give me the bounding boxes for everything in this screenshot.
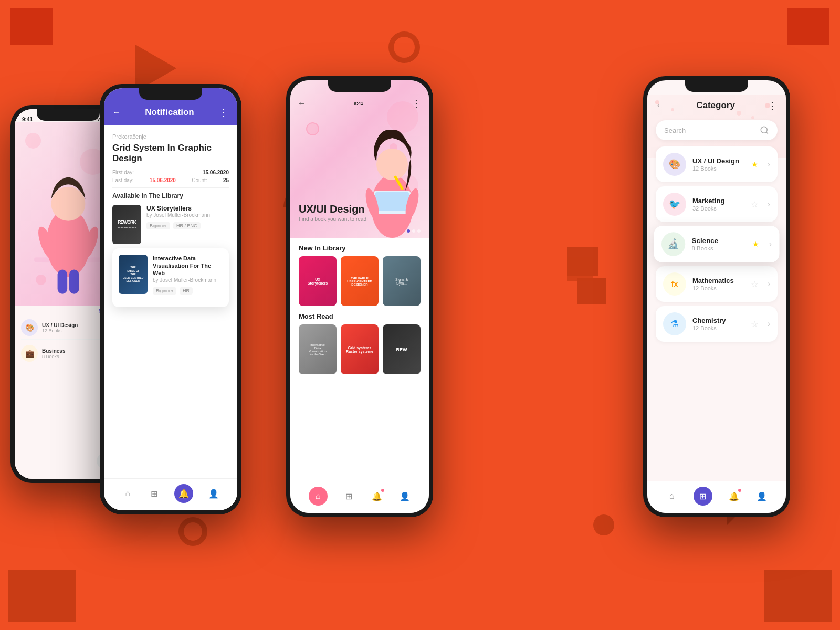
phone3-dot1	[407, 229, 410, 233]
phone4-more-button[interactable]: ⋮	[767, 99, 778, 112]
phone2-book1-title: UX Storytellers	[146, 205, 229, 212]
deco-rect-mid	[567, 247, 598, 276]
phone3-hero-dots	[407, 229, 421, 233]
phone1-cat-name-ux: UX / UI Design	[42, 322, 78, 328]
cat4-star-math[interactable]: ☆	[751, 279, 758, 289]
deco-rect-tl	[10, 8, 52, 45]
phone4-nav-profile[interactable]: 👤	[755, 490, 768, 502]
phone2-book1-level: Biginner	[146, 222, 170, 229]
cat4-star-ux[interactable]: ★	[751, 160, 758, 169]
phone4-nav-home[interactable]: ⌂	[666, 490, 678, 502]
svg-point-8	[376, 149, 408, 180]
phone2-nav-home[interactable]: ⌂	[121, 487, 134, 500]
phone2-nav-grid[interactable]: ⊞	[148, 487, 161, 500]
cat4-name-chemistry: Chemistry	[692, 317, 744, 324]
phone2-popup-card[interactable]: THE FABLE OF THE USER-CENTRED DESIGNER I…	[112, 248, 229, 307]
phone2-book2-lang: HR	[180, 287, 193, 295]
phone4-cat-ux[interactable]: 🎨 UX / UI Design 12 Books ★ ›	[656, 146, 778, 182]
cat4-arrow-marketing: ›	[768, 200, 770, 209]
svg-rect-6	[69, 269, 79, 293]
phone4-bottom-nav: ⌂ ⊞ 🔔 👤	[647, 481, 786, 513]
cat4-name-science: Science	[692, 237, 746, 245]
phone3-most-book3[interactable]: REW	[383, 324, 421, 374]
phone2-more-button[interactable]: ⋮	[218, 106, 229, 119]
search-icon	[760, 125, 769, 135]
phone2-book2-author: by Josef Müller-Brockmann	[153, 277, 223, 283]
cat4-name-math: Mathematics	[692, 277, 744, 285]
phone3-most-book2[interactable]: Grid systemsRaster systeme	[341, 324, 379, 374]
hero-circle3	[36, 275, 46, 285]
phone2-notch	[139, 88, 202, 100]
phone2-book2-info: Interactive Data Visualisation For The W…	[153, 255, 223, 295]
phone2-book1-lang: HR / ENG	[173, 222, 201, 229]
cat4-arrow-ux: ›	[768, 160, 770, 169]
phone4-nav-bell[interactable]: 🔔	[728, 490, 740, 502]
phone3-most-book1[interactable]: InteractiveDataVisualizationfor the Web	[299, 324, 337, 374]
svg-point-14	[761, 127, 767, 133]
phone4-search-bar[interactable]: Search	[656, 120, 778, 140]
cat4-star-science[interactable]: ★	[752, 240, 759, 248]
deco-rect-tr	[788, 8, 830, 45]
phone3-book-user-centred[interactable]: THE FABLEUSER-CENTREDDESIGNER	[341, 256, 379, 306]
phone3-content: New In Library UXStorytellers THE FABLEU…	[290, 238, 429, 481]
phone3-back-button[interactable]: ←	[298, 99, 306, 108]
phone3-nav-home[interactable]: ⌂	[309, 487, 328, 506]
phone3-nav-grid[interactable]: ⊞	[343, 490, 355, 502]
phone2-book1-item[interactable]: REWORK ●●●●●●●●●●●● UX Storytellers by J…	[112, 205, 229, 244]
phone1-cat-name-business: Business	[42, 348, 65, 354]
deco-circle-br	[593, 514, 614, 536]
phone2-book2-title: Interactive Data Visualisation For The W…	[153, 255, 223, 277]
cat4-count-ux: 12 Books	[692, 165, 745, 172]
phone1-cat-count-business: 8 Books	[42, 354, 65, 359]
cat4-info-marketing: Marketing 32 Books	[692, 197, 744, 212]
phone2-bottom-nav: ⌂ ⊞ 🔔 👤	[104, 478, 237, 510]
phone4-cat-math[interactable]: fx Mathematics 12 Books ☆ ›	[656, 266, 778, 302]
phone2-book-title: Grid System In Graphic Design	[112, 143, 229, 164]
phone3-nav-profile[interactable]: 👤	[398, 490, 411, 502]
phone3-new-books-row: UXStorytellers THE FABLEUSER-CENTREDDESI…	[290, 256, 429, 306]
phone2-book2-item: THE FABLE OF THE USER-CENTRED DESIGNER I…	[119, 255, 223, 295]
phone2-nav-bell[interactable]: 🔔	[174, 484, 193, 503]
deco-rect-mid-right	[578, 278, 606, 304]
phone4-header-nav: ← Category ⋮	[647, 95, 786, 116]
phone4-cat-marketing[interactable]: 🐦 Marketing 32 Books ☆ ›	[656, 186, 778, 222]
svg-rect-5	[58, 269, 68, 293]
phone2-first-day-row: First day: 15.06.2020	[112, 170, 229, 175]
phone2-first-day-value: 15.06.2020	[203, 170, 229, 175]
cat4-info-ux: UX / UI Design 12 Books	[692, 157, 745, 172]
deco-rect-bottom-left	[8, 570, 76, 622]
hero-circle1	[25, 133, 41, 149]
deco-rect-bottom-right	[764, 570, 832, 622]
phone3-dot2	[412, 229, 415, 233]
phone4-nav-grid[interactable]: ⊞	[694, 487, 712, 506]
phone1-cat-count-ux: 12 Books	[42, 328, 78, 333]
phone2-nav-profile[interactable]: 👤	[207, 487, 220, 500]
phone2-count-label: Count:	[192, 177, 207, 183]
phone3-more-button[interactable]: ⋮	[411, 97, 422, 110]
cat4-name-ux: UX / UI Design	[692, 157, 745, 165]
phone2-back-button[interactable]: ←	[112, 108, 121, 117]
svg-rect-10	[375, 192, 409, 211]
phone4-cat-science[interactable]: 🔬 Science 8 Books ★ ›	[654, 226, 780, 262]
cat4-star-marketing[interactable]: ☆	[751, 200, 758, 209]
phone2-body: Prekoračenje Grid System In Graphic Desi…	[104, 125, 237, 478]
phone3-most-books-row: InteractiveDataVisualizationfor the Web …	[290, 324, 429, 374]
phone2-first-day-label: First day:	[112, 170, 134, 175]
phone2-last-day-value: 15.06.2020	[150, 177, 176, 183]
cat4-arrow-math: ›	[768, 279, 770, 289]
phone2-book2-level: Biginner	[153, 287, 176, 295]
cat4-arrow-science: ›	[769, 239, 772, 249]
cat4-star-chemistry[interactable]: ☆	[751, 319, 758, 329]
phone3-status-icons: 9:41	[354, 101, 363, 106]
phone3-nav-bell[interactable]: 🔔	[371, 490, 383, 502]
phone3-book-signs[interactable]: Signs &Sym...	[383, 256, 421, 306]
phone2-book1-tags: Biginner HR / ENG	[146, 220, 229, 229]
phone2-book1-author: by Josef Müller-Brockmann	[146, 212, 229, 218]
phone2-alert-label: Prekoračenje	[112, 133, 229, 140]
phone3-book-ux[interactable]: UXStorytellers	[299, 256, 337, 306]
cat4-icon-chemistry: ⚗	[663, 312, 686, 335]
phone4-cat-chemistry[interactable]: ⚗ Chemistry 12 Books ☆ ›	[656, 306, 778, 342]
phone3-screen: ← 9:41 ⋮	[290, 80, 429, 513]
phone3-hero-category: UX/UI Design	[299, 203, 366, 215]
phone4-back-button[interactable]: ←	[656, 101, 664, 110]
